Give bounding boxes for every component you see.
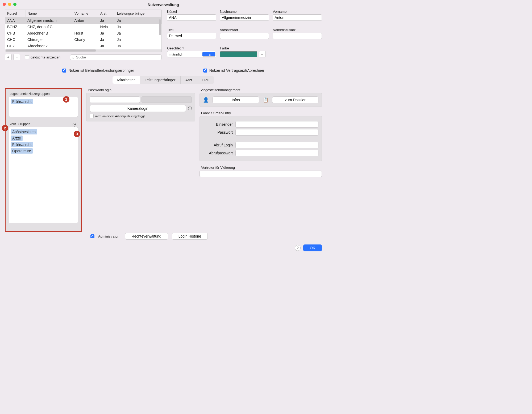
search-icon: ⌕ xyxy=(72,55,74,59)
vertragsarzt-checkbox[interactable] xyxy=(203,69,207,73)
column-header[interactable]: Name xyxy=(25,10,72,17)
clipboard-icon: 📋 xyxy=(263,97,268,103)
person-icon: 👤 xyxy=(203,97,209,103)
tab-epd[interactable]: EPD xyxy=(197,76,214,84)
login-historie-button[interactable]: Login Historie xyxy=(172,233,208,240)
callout-1: 1 xyxy=(63,96,69,103)
rechteverwaltung-button[interactable]: Rechteverwaltung xyxy=(125,233,168,240)
column-header[interactable]: Leistungserbringer xyxy=(115,10,161,17)
vertreter-legend: Vertreter für Vidierung xyxy=(201,166,322,170)
geschlecht-picker[interactable]: männlich ⇅ xyxy=(167,51,216,57)
tab-leistungserbringer[interactable]: Leistungserbringer xyxy=(140,76,181,84)
remove-user-button[interactable]: − xyxy=(13,54,20,60)
max-one-workplace-checkbox[interactable] xyxy=(90,114,94,118)
column-header[interactable]: Kürzel xyxy=(5,10,25,17)
labor-passwort-field[interactable] xyxy=(235,129,318,136)
vertreter-field[interactable] xyxy=(200,171,322,177)
remove-color-button[interactable]: − xyxy=(259,51,266,57)
tab-bar: MitarbeiterLeistungserbringerArztEPD xyxy=(113,76,214,84)
kameralogin-button[interactable]: Kameralogin xyxy=(90,105,186,112)
scrollbar-vertical[interactable] xyxy=(159,19,161,35)
tab-mitarbeiter[interactable]: Mitarbeiter xyxy=(113,76,140,84)
zum-dossier-button[interactable]: zum Dossier xyxy=(272,96,319,103)
infos-button[interactable]: Infos xyxy=(213,96,259,103)
vorname-field[interactable] xyxy=(273,14,322,21)
table-row[interactable]: CHZAbrechner ZJaJa xyxy=(5,43,161,49)
window-title: Nutzerverwaltung xyxy=(0,0,327,10)
tab-arzt[interactable]: Arzt xyxy=(181,76,197,84)
callout-3: 3 xyxy=(74,131,80,137)
available-groups-list[interactable]: AnästhesistenÄrzteFrühschichtOperateure xyxy=(9,127,78,223)
show-deleted-label: gelöschte anzeigen xyxy=(31,55,60,59)
table-row[interactable]: CHBAbrechner BHorstJaJa xyxy=(5,30,161,36)
assigned-groups-label: zugeordnete Nutzergruppen xyxy=(10,92,78,96)
vorsatzwort-field[interactable] xyxy=(220,33,269,39)
group-item[interactable]: Ärzte xyxy=(11,136,23,141)
table-row[interactable]: ANAAllgemeinmedizinAntonJaJa xyxy=(5,17,161,24)
help-button[interactable]: ? xyxy=(295,245,301,251)
password-legend: Passwort/Login xyxy=(88,88,195,92)
abruf-passwort-field[interactable] xyxy=(235,150,318,156)
abruf-login-field[interactable] xyxy=(235,142,318,148)
callout-2: 2 xyxy=(2,125,8,131)
angestellten-legend: Angestelltenmanagement xyxy=(201,88,322,92)
administrator-checkbox[interactable] xyxy=(90,234,94,238)
table-row[interactable]: BCHZCHZ, der auf C...NeinJa xyxy=(5,24,161,30)
administrator-label: Administrator xyxy=(98,234,119,238)
maximize-window[interactable] xyxy=(13,3,16,6)
minimize-window[interactable] xyxy=(8,3,11,6)
group-item[interactable]: Operateure xyxy=(11,148,33,154)
scrollbar-horizontal[interactable] xyxy=(6,49,96,52)
kameralogin-more-icon[interactable]: ⋯ xyxy=(188,107,192,110)
column-header[interactable]: Arzt xyxy=(98,10,115,17)
einsender-field[interactable] xyxy=(235,121,318,128)
kuerzel-field[interactable] xyxy=(167,14,216,21)
group-item[interactable]: Frühschicht xyxy=(11,142,33,147)
group-item[interactable]: Frühschicht xyxy=(11,99,33,104)
add-user-button[interactable]: + xyxy=(5,54,12,60)
show-deleted-checkbox[interactable] xyxy=(25,55,29,59)
user-table[interactable]: KürzelNameVornameArztLeistungserbringer … xyxy=(5,10,162,52)
color-swatch[interactable] xyxy=(220,51,257,57)
titel-field[interactable] xyxy=(167,33,216,39)
behandler-checkbox[interactable] xyxy=(62,69,66,73)
ellipsis-icon[interactable]: ⋯ xyxy=(73,123,76,126)
namenszusatz-field[interactable] xyxy=(273,33,322,39)
chevron-updown-icon: ⇅ xyxy=(202,52,215,57)
group-item[interactable]: Anästhesisten xyxy=(11,129,37,134)
close-window[interactable] xyxy=(3,3,6,6)
column-header[interactable]: Vorname xyxy=(72,10,98,17)
table-row[interactable]: CHCChirurgieCharlyJaJa xyxy=(5,36,161,43)
nachname-field[interactable] xyxy=(220,14,269,21)
password-field[interactable] xyxy=(142,96,192,103)
search-input[interactable] xyxy=(76,55,159,59)
available-groups-label: vorh. Gruppen xyxy=(10,122,78,126)
ok-button[interactable]: OK xyxy=(303,244,322,251)
login-field[interactable] xyxy=(90,96,140,103)
labor-legend: Labor / Order-Entry xyxy=(201,111,322,115)
